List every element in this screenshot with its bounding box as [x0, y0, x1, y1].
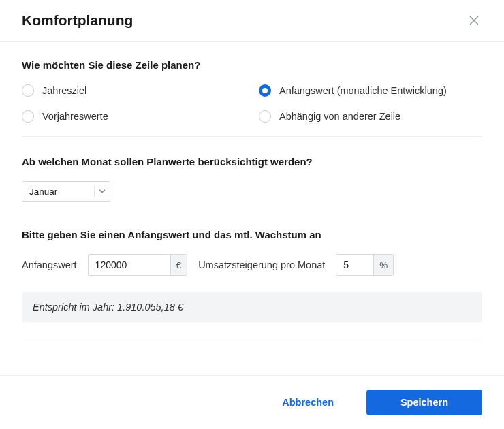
- save-button[interactable]: Speichern: [366, 390, 482, 415]
- chevron-down-icon: [94, 186, 106, 197]
- radio-icon: [259, 84, 271, 97]
- comfort-planning-dialog: Komfortplanung Wie möchten Sie diese Zei…: [0, 0, 504, 429]
- dialog-title: Komfortplanung: [22, 12, 133, 29]
- dialog-header: Komfortplanung: [0, 0, 504, 42]
- steigerung-label: Umsatzsteigerung pro Monat: [198, 259, 325, 270]
- anfangswert-label: Anfangswert: [22, 259, 77, 270]
- radio-label: Vorjahreswerte: [42, 111, 108, 122]
- start-value-row: Anfangswert € Umsatzsteigerung pro Monat…: [22, 254, 482, 276]
- radio-label: Jahresziel: [42, 85, 86, 96]
- start-month-select[interactable]: Januar: [22, 181, 110, 202]
- anfangswert-input[interactable]: [89, 255, 170, 275]
- radio-icon: [22, 110, 34, 123]
- radio-icon: [259, 110, 271, 123]
- dialog-body: Wie möchten Sie diese Zeile planen? Jahr…: [0, 42, 504, 375]
- radio-anfangswert[interactable]: Anfangswert (monatliche Entwicklung): [259, 84, 482, 97]
- anfangswert-input-group: €: [88, 254, 188, 276]
- radio-vorjahreswerte[interactable]: Vorjahreswerte: [22, 110, 245, 123]
- select-value: Januar: [29, 187, 57, 197]
- radio-label: Anfangswert (monatliche Entwicklung): [279, 85, 447, 96]
- calculated-year-value: Entspricht im Jahr: 1.910.055,18 €: [22, 292, 482, 322]
- radio-icon: [22, 84, 34, 97]
- close-icon: [469, 15, 479, 26]
- close-button[interactable]: [466, 12, 482, 29]
- radio-abhaengig[interactable]: Abhängig von anderer Zeile: [259, 110, 482, 123]
- plan-type-radio-group: Jahresziel Anfangswert (monatliche Entwi…: [22, 84, 482, 123]
- start-month-question: Ab welchen Monat sollen Planwerte berück…: [22, 156, 482, 168]
- steigerung-input-group: %: [336, 254, 394, 276]
- steigerung-input[interactable]: [336, 255, 373, 275]
- plan-type-question: Wie möchten Sie diese Zeile planen?: [22, 59, 482, 71]
- dialog-footer: Abbrechen Speichern: [0, 375, 504, 429]
- radio-label: Abhängig von anderer Zeile: [279, 111, 400, 122]
- divider: [22, 136, 482, 137]
- anfangswert-unit: €: [170, 255, 187, 275]
- steigerung-unit: %: [373, 255, 393, 275]
- radio-jahresziel[interactable]: Jahresziel: [22, 84, 245, 97]
- cancel-button[interactable]: Abbrechen: [263, 390, 353, 415]
- start-value-question: Bitte geben Sie einen Anfangswert und da…: [22, 229, 482, 240]
- divider: [22, 343, 482, 343]
